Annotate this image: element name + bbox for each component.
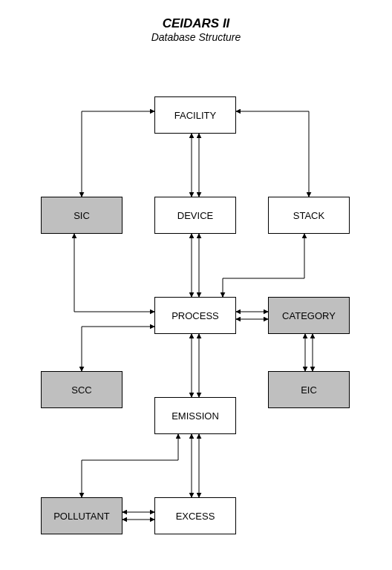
node-pollutant: POLLUTANT bbox=[41, 497, 122, 534]
node-label: STACK bbox=[293, 210, 324, 221]
node-label: PROCESS bbox=[172, 310, 219, 321]
node-label: SCC bbox=[71, 384, 91, 396]
node-eic: EIC bbox=[268, 371, 350, 408]
node-label: SIC bbox=[74, 210, 90, 221]
node-label: EIC bbox=[301, 384, 317, 396]
node-category: CATEGORY bbox=[268, 297, 350, 334]
node-stack: STACK bbox=[268, 197, 350, 234]
connectors-layer bbox=[0, 0, 392, 570]
node-excess: EXCESS bbox=[154, 497, 236, 534]
node-label: EMISSION bbox=[172, 410, 219, 422]
node-facility: FACILITY bbox=[154, 96, 236, 134]
node-label: DEVICE bbox=[177, 210, 213, 221]
node-device: DEVICE bbox=[154, 197, 236, 234]
node-emission: EMISSION bbox=[154, 397, 236, 434]
node-label: CATEGORY bbox=[282, 310, 336, 321]
node-process: PROCESS bbox=[154, 297, 236, 334]
page-title: CEIDARS II bbox=[0, 16, 392, 31]
diagram-page: CEIDARS II Database Structure FACILITY S… bbox=[0, 0, 392, 570]
node-label: POLLUTANT bbox=[53, 511, 110, 522]
page-subtitle: Database Structure bbox=[0, 31, 392, 43]
node-scc: SCC bbox=[41, 371, 122, 408]
node-label: FACILITY bbox=[174, 110, 216, 121]
node-sic: SIC bbox=[41, 197, 122, 234]
node-label: EXCESS bbox=[176, 511, 215, 522]
